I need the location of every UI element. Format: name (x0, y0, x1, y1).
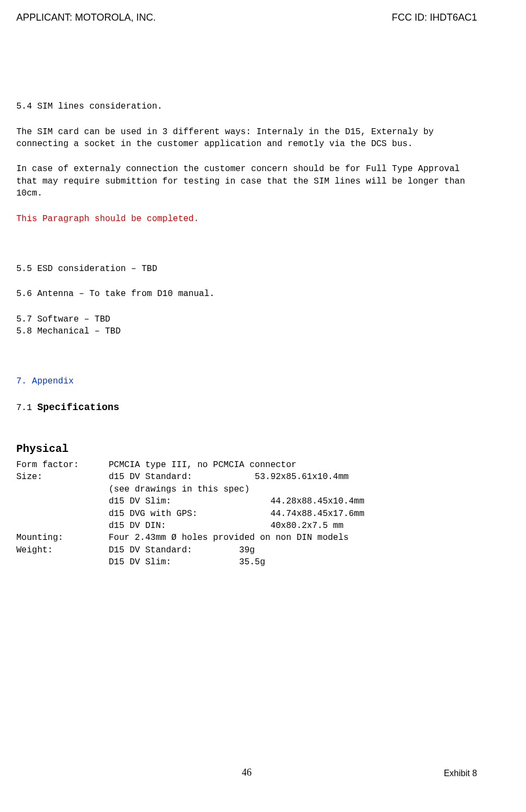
size-label: Size: (16, 471, 109, 483)
weight-value-2: D15 DV Slim: 35.5g (109, 556, 477, 568)
mounting-label: Mounting: (16, 532, 109, 544)
form-factor-value: PCMCIA type III, no PCMCIA connector (109, 459, 477, 471)
section-5-6: 5.6 Antenna – To take from D10 manual. (16, 288, 477, 300)
specifications-heading: 7.1 Specifications (16, 401, 477, 414)
page-footer: 46 Exhibit 8 (16, 766, 477, 779)
section-5-8: 5.8 Mechanical – TBD (16, 325, 477, 337)
size-row-3: d15 DV Slim: 44.28x88.45x10.4mm (16, 495, 477, 507)
size-value-3: d15 DV Slim: 44.28x88.45x10.4mm (109, 495, 477, 507)
size-row-2: (see drawings in this spec) (16, 483, 477, 495)
page-number: 46 (242, 766, 252, 779)
weight-label: Weight: (16, 544, 109, 556)
mounting-row: Mounting: Four 2.43mm Ø holes provided o… (16, 532, 477, 544)
section-5-4-note: This Paragraph should be completed. (16, 213, 477, 225)
spec-title: Specifications (37, 402, 119, 413)
weight-row-1: Weight: D15 DV Standard: 39g (16, 544, 477, 556)
appendix-heading: 7. Appendix (16, 375, 477, 387)
size-value-5: d15 DV DIN: 40x80.2x7.5 mm (109, 520, 477, 532)
applicant-text: APPLICANT: MOTOROLA, INC. (16, 11, 156, 24)
page-header: APPLICANT: MOTOROLA, INC. FCC ID: IHDT6A… (16, 11, 477, 24)
form-factor-row: Form factor: PCMCIA type III, no PCMCIA … (16, 459, 477, 471)
size-value-4: d15 DVG with GPS: 44.74x88.45x17.6mm (109, 508, 477, 520)
section-5-4-title: 5.4 SIM lines consideration. (16, 100, 477, 112)
exhibit-label: Exhibit 8 (423, 767, 477, 779)
form-factor-label: Form factor: (16, 459, 109, 471)
section-5-7: 5.7 Software – TBD (16, 313, 477, 325)
mounting-value: Four 2.43mm Ø holes provided on non DIN … (109, 532, 477, 544)
size-row-4: d15 DVG with GPS: 44.74x88.45x17.6mm (16, 508, 477, 520)
size-value-1: d15 DV Standard: 53.92x85.61x10.4mm (109, 471, 477, 483)
fcc-id-text: FCC ID: IHDT6AC1 (392, 11, 477, 24)
size-row-5: d15 DV DIN: 40x80.2x7.5 mm (16, 520, 477, 532)
size-value-2: (see drawings in this spec) (109, 483, 477, 495)
section-5-4-para2: In case of externaly connection the cust… (16, 163, 477, 199)
physical-heading: Physical (16, 442, 477, 457)
section-5-5: 5.5 ESD consideration – TBD (16, 263, 477, 275)
weight-row-2: D15 DV Slim: 35.5g (16, 556, 477, 568)
size-row-1: Size: d15 DV Standard: 53.92x85.61x10.4m… (16, 471, 477, 483)
section-5-4-para1: The SIM card can be used in 3 different … (16, 126, 477, 150)
weight-value-1: D15 DV Standard: 39g (109, 544, 477, 556)
spec-num: 7.1 (16, 403, 37, 413)
